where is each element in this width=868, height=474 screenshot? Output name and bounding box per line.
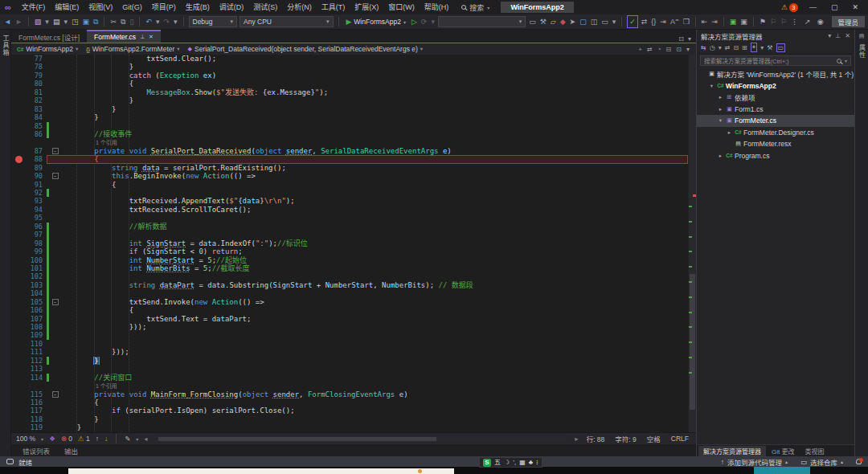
ime-item[interactable]: ▦ — [519, 458, 526, 468]
collapse-region-icon[interactable]: - — [52, 299, 59, 305]
code-text[interactable]: } — [59, 96, 688, 104]
fold-gutter[interactable] — [51, 415, 59, 423]
monitor-icon[interactable]: ▢ — [579, 16, 588, 27]
fold-gutter[interactable] — [51, 398, 59, 407]
code-text[interactable] — [59, 189, 688, 197]
solution-configuration-dropdown[interactable]: Debug ▾ — [189, 16, 238, 27]
pin-icon[interactable]: ⊥ — [140, 34, 145, 40]
code-text[interactable]: { — [59, 80, 688, 88]
fold-gutter[interactable] — [51, 80, 59, 88]
next-issue-icon[interactable]: ↓ — [104, 435, 108, 443]
toolbox-vertical-tab[interactable]: 工具箱 — [1, 35, 10, 56]
whitespace-icon[interactable]: A⁼ — [669, 16, 680, 27]
undo-icon[interactable]: ↶ — [145, 16, 153, 27]
breakpoint-gutter[interactable] — [11, 214, 26, 222]
fold-gutter[interactable] — [51, 357, 59, 365]
breakpoint-gutter[interactable] — [11, 80, 26, 88]
breakpoint-gutter[interactable] — [11, 323, 26, 331]
breakpoint-gutter[interactable] — [11, 247, 26, 255]
vertical-scrollbar[interactable] — [688, 55, 696, 432]
breakpoint-gutter[interactable] — [11, 407, 26, 415]
collapse-region-icon[interactable]: - — [52, 148, 59, 154]
properties-vertical-tab[interactable]: 属性 — [858, 44, 866, 59]
bookmark-icon[interactable]: ⚑ — [759, 16, 767, 27]
fold-gutter[interactable] — [51, 223, 59, 231]
fold-gutter[interactable] — [51, 206, 59, 214]
code-text[interactable]: //接收事件 — [59, 130, 688, 138]
tab-list-caret-icon[interactable]: ▾ — [688, 35, 691, 43]
redo-icon[interactable]: ↷ — [162, 16, 170, 27]
breakpoint-gutter[interactable] — [11, 113, 26, 121]
code-text[interactable] — [59, 122, 688, 130]
fold-gutter[interactable] — [51, 340, 59, 348]
breakpoint-gutter[interactable] — [11, 130, 26, 138]
scroll-right-icon[interactable]: ▸ — [575, 435, 578, 443]
open-folder-icon[interactable]: ◳ — [71, 16, 80, 27]
fold-gutter[interactable] — [51, 88, 59, 96]
fold-gutter[interactable] — [51, 155, 59, 163]
breakpoint-gutter[interactable] — [11, 289, 26, 297]
breakpoint-gutter[interactable] — [11, 88, 26, 96]
zoom-level-dropdown[interactable]: 100 % — [16, 435, 35, 443]
cut-icon[interactable]: ✂ — [109, 16, 117, 27]
word-wrap-icon[interactable]: ⇥ — [659, 16, 667, 27]
share-icon[interactable]: ↗ — [804, 16, 812, 27]
search-box[interactable]: 搜索 ▾ — [461, 2, 489, 13]
code-text[interactable]: } — [59, 63, 688, 71]
collapse-regions-icon[interactable]: ⊟ — [666, 46, 672, 53]
fold-gutter[interactable] — [51, 365, 59, 373]
fold-gutter[interactable] — [51, 331, 59, 339]
codelens-references[interactable]: 1 个引用 — [96, 140, 117, 145]
code-text[interactable]: { — [59, 398, 688, 407]
compare-icon[interactable]: ⇄ — [641, 16, 649, 27]
dropdown-caret-icon[interactable]: ▾ — [173, 16, 178, 27]
breakpoint-gutter[interactable] — [11, 348, 26, 356]
code-editor[interactable]: 77 txtSend.Clear();78 }79 catch (Excepti… — [11, 55, 696, 432]
breakpoint-gutter[interactable] — [11, 298, 26, 306]
close-button[interactable]: ✕ — [849, 3, 862, 11]
code-text[interactable]: if (SignStart < 0) return; — [59, 247, 688, 255]
window-layout-icon[interactable]: ◫ — [590, 16, 599, 27]
breakpoint-gutter[interactable] — [11, 415, 26, 423]
indent-increase-icon[interactable]: ⇥ — [710, 16, 719, 27]
tree-item[interactable]: ▸▣Form1.cs — [697, 104, 854, 116]
save-all-icon[interactable]: ⧉ — [92, 16, 99, 27]
feedback-bubble-icon[interactable] — [6, 459, 14, 464]
error-count[interactable]: ⊗ 0 — [61, 435, 72, 443]
prev-issue-icon[interactable]: ↑ — [96, 435, 99, 443]
notifications-bell-icon[interactable] — [856, 459, 862, 464]
nav-forward-icon[interactable]: ► — [14, 16, 23, 27]
menu-item[interactable]: 帮助(H) — [420, 0, 454, 14]
breakpoint-gutter[interactable] — [11, 138, 26, 146]
uncomment-icon[interactable]: ▣ — [739, 16, 748, 27]
code-text[interactable]: } — [59, 113, 688, 121]
breakpoint-gutter[interactable] — [11, 96, 26, 104]
fold-gutter[interactable]: - — [51, 172, 59, 180]
codelens-references[interactable]: 1 个引用 — [96, 383, 117, 389]
block-selection-icon[interactable]: ❒ — [682, 16, 690, 27]
nav-back-icon[interactable]: ◄ — [3, 16, 12, 27]
tree-item[interactable]: ▤FormMeter.resx — [697, 138, 854, 150]
breakpoint-gutter[interactable] — [11, 105, 26, 113]
notification-warning[interactable]: ⚠ 3 — [781, 3, 798, 12]
code-text[interactable]: txtSend.Invoke(new Action(() => — [59, 298, 688, 306]
preview-selected-icon[interactable]: ▭ — [776, 43, 786, 52]
fold-gutter[interactable] — [51, 264, 59, 272]
indent-decrease-icon[interactable]: ⇤ — [701, 16, 709, 27]
add-icon[interactable]: + — [638, 46, 642, 53]
menu-item[interactable]: 项目(P) — [147, 0, 181, 14]
hot-reload-icon[interactable]: ⟳ — [420, 16, 428, 27]
code-text[interactable]: //关闭窗口 — [59, 374, 688, 382]
chevron-collapsed-icon[interactable]: ▸ — [717, 94, 724, 100]
properties-icon[interactable]: ⚒ — [767, 44, 772, 51]
taskbar-window-teal[interactable] — [754, 467, 810, 474]
tree-item[interactable]: ▾▣FormMeter.cs — [697, 115, 854, 127]
breakpoint-gutter[interactable] — [11, 55, 26, 63]
fold-gutter[interactable] — [51, 423, 59, 431]
ime-item[interactable]: 五 — [494, 458, 501, 468]
breakpoint-gutter[interactable] — [11, 122, 26, 130]
fold-gutter[interactable]: - — [51, 298, 59, 306]
fold-gutter[interactable] — [51, 197, 59, 205]
breakpoint-gutter[interactable] — [11, 206, 26, 214]
history-icon[interactable]: ◔ — [657, 46, 661, 53]
